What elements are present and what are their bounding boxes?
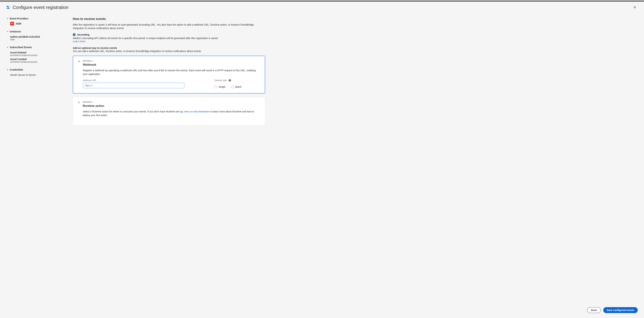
main-content: How to receive events After the registra… <box>73 14 265 300</box>
option-label: OPTION 1 <box>83 60 96 62</box>
window-chrome-bar <box>0 0 644 2</box>
delivery-style-label: Delivery style ? <box>214 79 260 82</box>
close-icon: ✕ <box>633 6 636 9</box>
option-header[interactable]: OPTION 2 Runtime action <box>78 101 260 108</box>
event-name: Asset Deleted <box>10 51 26 54</box>
sidebar-heading-label: Subscribed Events <box>10 46 32 49</box>
option-body: Select a Runtime action for where to con… <box>78 110 260 117</box>
instance-sub: AEM <box>10 39 66 41</box>
adobe-logo-icon <box>10 22 14 26</box>
journaling-desc: Adobe's Journaling API collects all even… <box>73 37 265 40</box>
optional-heading: Add an optional way to receive events <box>73 47 265 49</box>
radio-batch-label: Batch <box>235 86 242 88</box>
option-body: Register a webhook by specifying a webho… <box>78 69 260 88</box>
save-button[interactable]: Save configured events <box>603 307 638 313</box>
chevron-right-icon <box>78 101 80 104</box>
event-source: AUTHOR-P123624-E1214153 <box>10 54 66 56</box>
event-name: Asset Created <box>10 58 26 61</box>
instance-name: author-p123624-e1214153 <box>10 35 40 38</box>
checkmark-icon <box>73 33 76 36</box>
sidebar-heading-label: Credentials <box>10 68 23 71</box>
section-heading: How to receive events <box>73 17 265 21</box>
option-title: Webhook <box>83 63 96 67</box>
journaling-row: Journaling <box>73 33 265 36</box>
sidebar-section-instances: Instances author-p123624-e1214153 AEM <box>6 30 66 41</box>
section-lead: After the registration is saved, it will… <box>73 23 265 30</box>
option-card-runtime: OPTION 2 Runtime action Select a Runtime… <box>73 97 265 125</box>
page-header: Configure event registration ✕ <box>0 2 644 12</box>
subscribed-event-item[interactable]: Asset Created AUTHOR-P123624-E1214153 <box>6 57 66 64</box>
webhook-url-input[interactable] <box>83 83 184 88</box>
option-label: OPTION 2 <box>83 101 104 103</box>
option-header[interactable]: OPTION 1 Webhook <box>78 60 260 67</box>
sidebar-heading-providers[interactable]: Event Providers <box>6 17 66 20</box>
event-source: AUTHOR-P123624-E1214153 <box>10 61 66 63</box>
option-desc-pre: Select a Runtime action for where to con… <box>83 110 184 113</box>
page-title: Configure event registration <box>12 5 68 10</box>
radio-single-input[interactable] <box>214 86 217 88</box>
sidebar-section-providers: Event Providers AEM <box>6 17 66 26</box>
journaling-title: Journaling <box>77 33 90 36</box>
delivery-radio-group: Single Batch <box>214 86 260 88</box>
webhook-form-row: Webhook URL Delivery style ? <box>83 79 260 88</box>
close-button[interactable]: ✕ <box>632 5 638 10</box>
option-desc: Register a webhook by specifying a webho… <box>83 69 260 76</box>
chevron-down-icon <box>6 69 9 71</box>
app-root: Configure event registration ✕ Event Pro… <box>0 2 644 318</box>
optional-desc: You can add a webhook URL, Runtime actio… <box>73 50 265 53</box>
provider-name: AEM <box>16 22 21 25</box>
sidebar-heading-label: Event Providers <box>10 17 28 20</box>
option-desc: Select a Runtime action for where to con… <box>83 110 260 117</box>
instance-item[interactable]: author-p123624-e1214153 AEM <box>6 35 66 41</box>
sidebar-heading-label: Instances <box>10 30 21 33</box>
sidebar-section-credentials: Credentials OAuth Server-to-Server <box>6 68 66 77</box>
content-body: Event Providers AEM Instances a <box>0 12 644 304</box>
chevron-down-icon <box>78 60 80 62</box>
sidebar-heading-instances[interactable]: Instances <box>6 30 66 33</box>
learn-more-link[interactable]: Learn more. <box>73 40 86 43</box>
chevron-down-icon <box>6 18 9 20</box>
option-card-webhook: OPTION 1 Webhook Register a webhook by s… <box>73 56 265 94</box>
sidebar: Event Providers AEM Instances a <box>6 14 66 300</box>
radio-single-label: Single <box>219 86 226 88</box>
configure-icon <box>6 6 10 9</box>
view-documentation-link[interactable]: view our documentation <box>184 110 210 113</box>
chevron-down-icon <box>6 31 9 32</box>
webhook-url-label: Webhook URL <box>83 79 204 82</box>
sidebar-heading-events[interactable]: Subscribed Events <box>6 46 66 49</box>
sidebar-section-events: Subscribed Events Asset Deleted AUTHOR-P… <box>6 46 66 64</box>
help-icon[interactable]: ? <box>228 79 231 82</box>
webhook-url-col: Webhook URL <box>83 79 204 88</box>
delivery-style-text: Delivery style <box>214 79 227 82</box>
credential-item[interactable]: OAuth Server-to-Server <box>6 73 66 77</box>
chevron-down-icon <box>6 46 9 48</box>
provider-item-aem[interactable]: AEM <box>6 22 66 26</box>
radio-batch[interactable]: Batch <box>231 86 242 88</box>
sidebar-heading-credentials[interactable]: Credentials <box>6 68 66 71</box>
back-button[interactable]: Back <box>587 307 600 313</box>
dialog-footer: Back Save configured events <box>0 304 644 318</box>
radio-batch-input[interactable] <box>231 86 234 88</box>
subscribed-event-item[interactable]: Asset Deleted AUTHOR-P123624-E1214153 <box>6 51 66 57</box>
credential-name: OAuth Server-to-Server <box>10 74 36 76</box>
delivery-style-col: Delivery style ? Single Batch <box>214 79 260 88</box>
radio-single[interactable]: Single <box>214 86 226 88</box>
option-title: Runtime action <box>83 104 104 108</box>
